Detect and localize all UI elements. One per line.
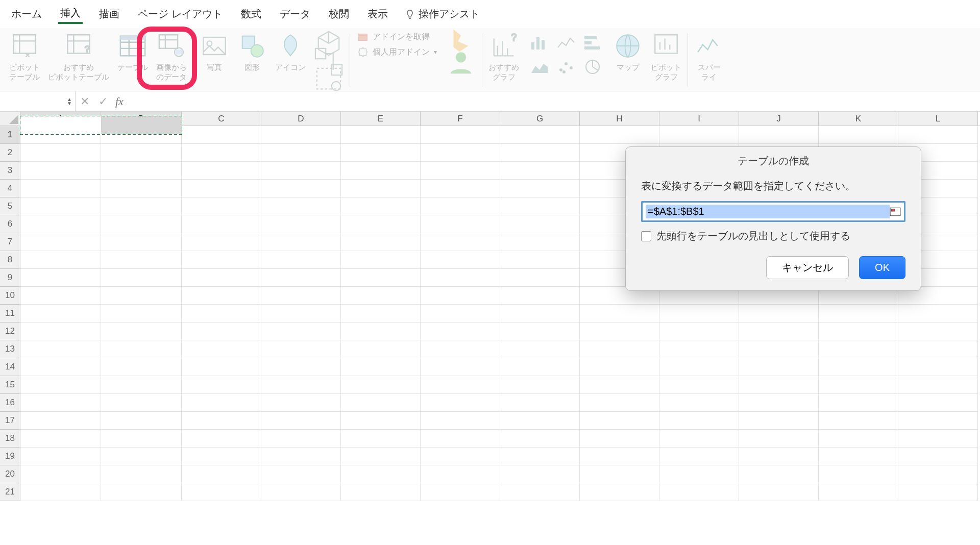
cancel-button[interactable]: キャンセル bbox=[766, 256, 849, 279]
cell-C16[interactable] bbox=[182, 394, 261, 412]
cell-D21[interactable] bbox=[261, 483, 341, 501]
row-header-5[interactable]: 5 bbox=[0, 197, 20, 215]
row-header-14[interactable]: 14 bbox=[0, 358, 20, 376]
cell-K11[interactable] bbox=[819, 305, 898, 323]
row-header-18[interactable]: 18 bbox=[0, 430, 20, 448]
col-header-D[interactable]: D bbox=[261, 112, 341, 126]
cell-C1[interactable] bbox=[182, 126, 261, 144]
ribbon-photo[interactable]: 写真 bbox=[195, 31, 233, 72]
range-input[interactable] bbox=[646, 205, 890, 218]
cell-H12[interactable] bbox=[580, 323, 659, 340]
cell-G8[interactable] bbox=[500, 251, 580, 269]
cell-G6[interactable] bbox=[500, 215, 580, 233]
cell-A21[interactable] bbox=[20, 483, 101, 501]
cell-F20[interactable] bbox=[421, 465, 500, 483]
row-header-7[interactable]: 7 bbox=[0, 233, 20, 251]
cell-E1[interactable] bbox=[341, 126, 421, 144]
cell-A17[interactable] bbox=[20, 412, 101, 430]
cell-E6[interactable] bbox=[341, 215, 421, 233]
cell-K19[interactable] bbox=[819, 448, 898, 465]
cell-A10[interactable] bbox=[20, 287, 101, 305]
cell-I19[interactable] bbox=[659, 448, 739, 465]
cell-F14[interactable] bbox=[421, 358, 500, 376]
cell-B13[interactable] bbox=[101, 340, 182, 358]
row-header-1[interactable]: 1 bbox=[0, 126, 20, 144]
cell-E3[interactable] bbox=[341, 162, 421, 180]
menu-view[interactable]: 表示 bbox=[365, 5, 390, 23]
headers-checkbox[interactable] bbox=[641, 231, 651, 241]
cell-I21[interactable] bbox=[659, 483, 739, 501]
cell-F5[interactable] bbox=[421, 197, 500, 215]
cell-J17[interactable] bbox=[739, 412, 819, 430]
cell-E19[interactable] bbox=[341, 448, 421, 465]
cell-G17[interactable] bbox=[500, 412, 580, 430]
cell-F11[interactable] bbox=[421, 305, 500, 323]
row-header-9[interactable]: 9 bbox=[0, 269, 20, 287]
cell-B2[interactable] bbox=[101, 144, 182, 162]
cell-D13[interactable] bbox=[261, 340, 341, 358]
cell-J12[interactable] bbox=[739, 323, 819, 340]
cell-F12[interactable] bbox=[421, 323, 500, 340]
cell-F3[interactable] bbox=[421, 162, 500, 180]
cell-F19[interactable] bbox=[421, 448, 500, 465]
cell-C3[interactable] bbox=[182, 162, 261, 180]
cell-I13[interactable] bbox=[659, 340, 739, 358]
cell-D7[interactable] bbox=[261, 233, 341, 251]
cell-F17[interactable] bbox=[421, 412, 500, 430]
cell-J15[interactable] bbox=[739, 376, 819, 394]
cell-E8[interactable] bbox=[341, 251, 421, 269]
cell-C6[interactable] bbox=[182, 215, 261, 233]
cell-I20[interactable] bbox=[659, 465, 739, 483]
hbar-chart-icon[interactable] bbox=[582, 33, 603, 52]
cell-C15[interactable] bbox=[182, 376, 261, 394]
cell-D3[interactable] bbox=[261, 162, 341, 180]
cell-E15[interactable] bbox=[341, 376, 421, 394]
select-all-cell[interactable] bbox=[0, 112, 20, 126]
cell-D2[interactable] bbox=[261, 144, 341, 162]
cell-G4[interactable] bbox=[500, 180, 580, 197]
cell-B12[interactable] bbox=[101, 323, 182, 340]
ribbon-bing-maps[interactable] bbox=[442, 31, 480, 72]
cell-L13[interactable] bbox=[898, 340, 978, 358]
cell-A4[interactable] bbox=[20, 180, 101, 197]
cell-C5[interactable] bbox=[182, 197, 261, 215]
cell-K13[interactable] bbox=[819, 340, 898, 358]
cell-A8[interactable] bbox=[20, 251, 101, 269]
ok-button[interactable]: OK bbox=[859, 256, 905, 279]
cell-H1[interactable] bbox=[580, 126, 659, 144]
cell-K12[interactable] bbox=[819, 323, 898, 340]
cell-G11[interactable] bbox=[500, 305, 580, 323]
cell-J20[interactable] bbox=[739, 465, 819, 483]
cell-A16[interactable] bbox=[20, 394, 101, 412]
cell-H19[interactable] bbox=[580, 448, 659, 465]
ribbon-pivot-chart[interactable]: ピボット グラフ bbox=[647, 31, 685, 82]
menu-home[interactable]: ホーム bbox=[9, 5, 44, 23]
row-header-4[interactable]: 4 bbox=[0, 180, 20, 197]
cell-C14[interactable] bbox=[182, 358, 261, 376]
col-header-K[interactable]: K bbox=[819, 112, 898, 126]
name-box[interactable]: ▲▼ bbox=[0, 91, 76, 111]
cell-D14[interactable] bbox=[261, 358, 341, 376]
cell-A18[interactable] bbox=[20, 430, 101, 448]
cell-A7[interactable] bbox=[20, 233, 101, 251]
ribbon-my-addins[interactable]: 個人用アドイン ▾ bbox=[357, 46, 437, 58]
cell-G19[interactable] bbox=[500, 448, 580, 465]
menu-data[interactable]: データ bbox=[278, 5, 312, 23]
cell-L20[interactable] bbox=[898, 465, 978, 483]
cell-K14[interactable] bbox=[819, 358, 898, 376]
cell-F13[interactable] bbox=[421, 340, 500, 358]
cell-I17[interactable] bbox=[659, 412, 739, 430]
ribbon-rec-charts[interactable]: ? おすすめ グラフ bbox=[484, 31, 523, 82]
cell-D10[interactable] bbox=[261, 287, 341, 305]
cell-B14[interactable] bbox=[101, 358, 182, 376]
name-box-stepper-icon[interactable]: ▲▼ bbox=[67, 97, 72, 106]
cell-L11[interactable] bbox=[898, 305, 978, 323]
cell-D4[interactable] bbox=[261, 180, 341, 197]
cell-B8[interactable] bbox=[101, 251, 182, 269]
cell-D18[interactable] bbox=[261, 430, 341, 448]
cell-H15[interactable] bbox=[580, 376, 659, 394]
cell-A14[interactable] bbox=[20, 358, 101, 376]
col-header-J[interactable]: J bbox=[739, 112, 819, 126]
menu-assist[interactable]: 操作アシスト bbox=[404, 7, 480, 21]
cell-B3[interactable] bbox=[101, 162, 182, 180]
